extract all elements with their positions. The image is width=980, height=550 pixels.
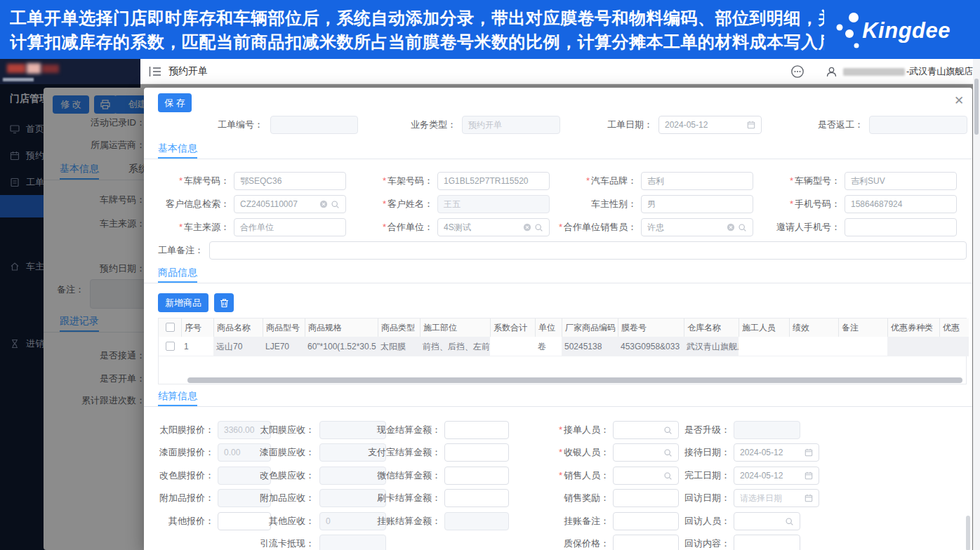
window-scrollbar[interactable] [973,59,980,550]
basic-field-r1c1-input[interactable]: 王五 [437,195,550,213]
order-top-field-1-input[interactable]: 预约开单 [462,116,560,134]
search-icon[interactable] [331,200,340,209]
row-checkbox[interactable] [166,342,175,351]
table-header-5: 商品类型 [378,318,420,337]
settlement-field-r3c0-label: 附加品报价： [144,489,214,507]
message-icon[interactable] [790,65,804,79]
tab-basic-info[interactable]: 基本信息 [158,142,197,155]
basic-field-r1c2-input[interactable]: 男 [641,195,753,213]
settlement-field-r0c2-input[interactable] [444,421,509,439]
table-cell-r0c2: 远山70 [213,337,263,356]
clear-icon[interactable] [319,200,328,208]
settlement-field-r1c2-input[interactable] [444,443,509,462]
table-header-14: 备注 [838,318,887,337]
basic-field-r1c2-label: 车主性别： [549,195,637,213]
delete-product-button[interactable] [214,293,234,312]
order-remark-label: 工单备注： [144,241,204,260]
settlement-field-r1c4-input[interactable]: 2024-05-12 [734,443,819,462]
search-icon[interactable] [785,517,794,526]
modal-scrollbar-thumb[interactable] [966,516,970,550]
basic-field-r2c1-label: *合作单位： [352,218,433,236]
settlement-field-r4c2-label: 挂账结算金额： [362,512,441,530]
order-top-field-2-input[interactable]: 2024-05-12 [658,116,762,134]
settlement-field-r0c2-label: 现金结算金额： [362,421,441,439]
banner-line1: 工单开单选择门店即时库存和车辆部位后，系统自动添加分录，带出对应膜卷号和物料编码… [10,7,824,29]
settlement-field-r2c4-input[interactable]: 2024-05-12 [734,467,819,485]
table-header-select [159,318,181,337]
clear-icon[interactable] [523,223,531,232]
order-top-field-3-input[interactable] [869,116,967,134]
table-header-3: 商品型号 [263,318,305,337]
user-store-label: -武汉青山旗舰店 [906,65,973,78]
table-cell-r0c13 [789,337,838,356]
basic-field-r0c1-input[interactable]: 1G1BL52P7TR115520 [437,172,550,190]
table-header-6: 施工部位 [420,318,490,337]
settlement-field-r0c4-label: 是否升级： [649,421,730,439]
settlement-field-r1c2-label: 支付宝结算金额： [362,443,441,462]
table-cell-r0c0 [159,337,181,356]
settlement-field-r5c1-input[interactable] [319,535,386,550]
settlement-field-r0c4-input[interactable] [734,421,800,439]
settlement-field-r5c4-input[interactable] [734,535,800,550]
table-cell-r0c10: 453G0958&033 [618,337,684,356]
save-button[interactable]: 保 存 [158,93,192,112]
settlement-field-r3c4-input[interactable]: 请选择日期 [734,489,819,507]
basic-field-r2c1-input[interactable]: 4S测试 [437,218,550,236]
settlement-field-r4c4-input[interactable] [734,512,800,530]
basic-field-r0c1-label: *车架号码： [352,172,433,190]
search-icon[interactable] [534,223,543,232]
basic-field-r2c3-input[interactable] [845,218,957,236]
add-product-button[interactable]: 新增商品 [158,293,208,312]
table-cell-r0c12 [739,337,789,356]
table-header-4: 商品规格 [305,318,378,337]
table-horizontal-scrollbar[interactable] [187,377,962,383]
settlement-field-r1c4-label: 接待日期： [649,443,730,462]
calendar-icon[interactable] [747,121,755,129]
basic-field-r0c2-input[interactable]: 吉利 [641,172,753,190]
order-top-field-0-input[interactable] [270,116,358,134]
table-header-2: 商品名称 [213,318,263,337]
table-cell-r0c3: LJE70 [263,337,305,356]
order-modal: 保 存 ✕ 工单编号：业务类型：预约开单工单日期：2024-05-12是否返工：… [144,88,972,550]
user-icon [826,66,837,78]
app-header: 预约开单 -武汉青山旗舰店 [0,59,980,84]
calendar-icon[interactable] [804,448,813,457]
select-all-checkbox[interactable] [166,323,175,332]
kingdee-wordmark: Kingdee [862,18,951,43]
basic-field-r1c0-input[interactable]: CZ2405110007 [234,195,346,213]
settlement-field-r2c0-label: 改色膜报价： [144,467,214,485]
table-cell-r0c1: 1 [181,337,213,356]
tab-settlement-info[interactable]: 结算信息 [158,390,197,403]
basic-field-r2c0-input[interactable]: 合作单位 [234,218,346,236]
user-account[interactable]: -武汉青山旗舰店 [826,65,973,79]
window-scrollbar-thumb[interactable] [974,79,979,135]
table-header-11: 仓库名称 [684,318,739,337]
settlement-field-r4c3-label: 挂账备注： [530,512,609,530]
table-header-8: 单位 [535,318,562,337]
basic-field-r0c0-input[interactable]: 鄂SEQC36 [234,172,346,190]
trash-icon [220,298,229,308]
table-cell-r0c5: 太阳膜 [378,337,420,356]
basic-field-r0c2-label: *汽车品牌： [549,172,637,190]
settlement-field-r4c2-input[interactable] [444,512,509,530]
banner-line2: 计算扣减库存的系数，匹配当前商品扣减米数所占当前膜卷号米数的比例，计算分摊本工单… [10,31,824,53]
settlement-field-r3c3-label: 销售奖励： [530,489,609,507]
settlement-field-r3c2-input[interactable] [444,489,509,507]
collapse-menu-icon[interactable] [149,66,161,77]
clear-icon[interactable] [727,223,735,232]
table-cell-r0c14 [838,337,887,356]
basic-field-r2c2-input[interactable]: 许忠 [641,218,753,236]
calendar-icon[interactable] [804,494,813,502]
settlement-field-r5c3-label: 质保价格： [530,535,609,550]
close-icon[interactable]: ✕ [951,93,967,109]
basic-field-r1c3-input[interactable]: 15864687924 [845,195,957,213]
basic-field-r0c0-label: *车牌号码： [149,172,230,190]
calendar-icon[interactable] [804,471,813,480]
search-icon[interactable] [738,223,747,232]
settlement-field-r2c2-input[interactable] [444,467,509,485]
table-header-12: 施工人员 [739,318,789,337]
order-remark-input[interactable] [209,241,967,260]
basic-field-r0c3-input[interactable]: 吉利SUV [845,172,957,190]
basic-field-r1c1-label: *客户姓名： [352,195,433,213]
tab-product-info[interactable]: 商品信息 [158,267,197,279]
